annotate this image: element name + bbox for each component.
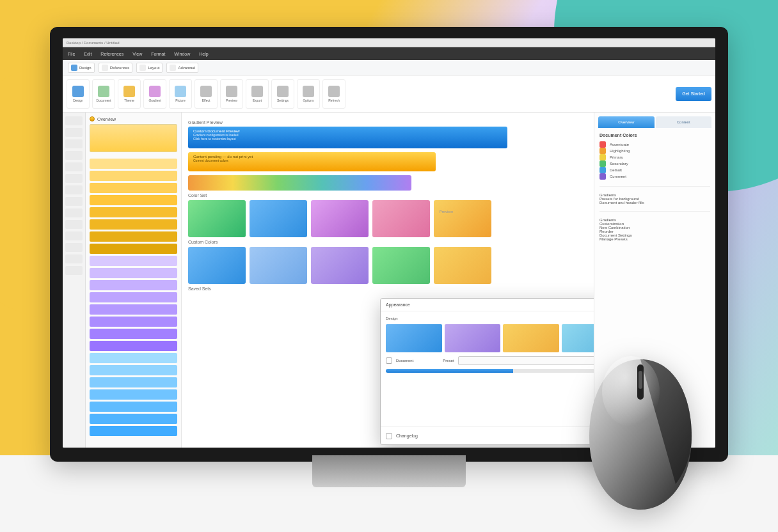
rail-item[interactable]	[65, 151, 83, 160]
toolbar-icon	[139, 65, 146, 71]
toolbar-button[interactable]: References	[99, 63, 133, 73]
palette-row[interactable]	[90, 377, 177, 387]
menu-item[interactable]: File	[68, 52, 75, 56]
dialog-swatch[interactable]	[503, 324, 559, 352]
right-panel-item[interactable]: Secondary	[599, 160, 710, 167]
palette-row[interactable]	[90, 341, 177, 351]
ribbon-button[interactable]: Preview	[220, 79, 243, 109]
right-tab[interactable]: Content	[656, 116, 712, 128]
ribbon-button[interactable]: Export	[246, 79, 269, 109]
palette-row[interactable]	[90, 268, 177, 278]
preview-bar-blue[interactable]: Custom Document Preview Gradient configu…	[188, 127, 507, 148]
rail-item[interactable]	[65, 220, 83, 229]
color-swatch[interactable]	[188, 247, 246, 284]
menu-item[interactable]: Window	[174, 52, 190, 56]
checkbox-icon[interactable]	[386, 433, 392, 439]
rail-item[interactable]	[65, 197, 83, 206]
rail-item[interactable]	[65, 185, 83, 194]
rail-item[interactable]	[65, 116, 83, 125]
ribbon-label: Export	[253, 98, 262, 102]
left-panel-title: Overview	[97, 117, 116, 121]
dialog-swatch[interactable]	[445, 324, 501, 352]
rail-item[interactable]	[65, 174, 83, 183]
palette-row[interactable]	[90, 280, 177, 290]
rail-item[interactable]	[65, 254, 83, 263]
dialog-tab[interactable]: Design	[386, 317, 398, 320]
right-panel-item[interactable]: Default	[599, 167, 710, 173]
color-swatch[interactable]	[250, 247, 307, 284]
ribbon-button[interactable]: Settings	[271, 79, 294, 109]
right-panel-item[interactable]: Accentuate	[599, 141, 710, 148]
dialog-input[interactable]	[458, 356, 594, 365]
palette-row[interactable]	[90, 317, 177, 327]
palette-row[interactable]	[90, 183, 177, 193]
rail-item[interactable]	[65, 243, 83, 252]
color-swatch[interactable]	[250, 200, 307, 237]
color-swatch[interactable]	[434, 200, 491, 237]
toolbar-button[interactable]: Advanced	[166, 63, 198, 73]
palette-row[interactable]	[90, 207, 177, 217]
color-swatch[interactable]	[434, 247, 491, 284]
right-panel-item[interactable]: Comment	[599, 173, 710, 180]
ribbon-button[interactable]: Theme	[118, 79, 141, 109]
right-panel-item[interactable]: Primary	[599, 154, 710, 160]
palette-row[interactable]	[90, 426, 177, 436]
ribbon-button[interactable]: Picture	[169, 79, 192, 109]
color-swatch[interactable]	[372, 247, 430, 284]
dialog-swatch[interactable]	[562, 324, 594, 352]
preview-bar-yellow[interactable]: Content pending — do not print yet Curre…	[188, 152, 436, 171]
right-panel-item[interactable]: Document and header fills	[599, 201, 710, 205]
rail-item[interactable]	[65, 208, 83, 217]
color-swatch[interactable]	[311, 247, 369, 284]
palette-row[interactable]	[90, 195, 177, 205]
menu-item[interactable]: Format	[151, 52, 165, 56]
label-under: Preview	[440, 210, 453, 214]
ribbon-button[interactable]: Effect	[194, 79, 218, 109]
rail-item[interactable]	[65, 128, 83, 137]
palette-row[interactable]	[90, 389, 177, 400]
palette-row[interactable]	[90, 414, 177, 424]
toolbar-button[interactable]: Layout	[136, 63, 163, 73]
palette-row[interactable]	[90, 353, 177, 363]
rail-item[interactable]	[65, 162, 83, 171]
rainbow-bar[interactable]	[188, 175, 411, 191]
menu-item[interactable]: View	[132, 52, 142, 56]
palette-row[interactable]	[90, 231, 177, 242]
ribbon-button[interactable]: Design	[67, 79, 90, 109]
ribbon-button[interactable]: Refresh	[322, 79, 345, 109]
palette-row[interactable]	[90, 171, 177, 181]
palette-row[interactable]	[90, 244, 177, 254]
rail-item[interactable]	[65, 139, 83, 148]
appearance-dialog: Appearance CANCEL Design Document P	[380, 298, 594, 445]
rail-item[interactable]	[65, 266, 83, 275]
toolbar-icon	[170, 65, 176, 71]
right-panel-item[interactable]: Highlighting	[599, 148, 710, 154]
color-swatch[interactable]	[311, 200, 369, 237]
ribbon-button[interactable]: Document	[92, 79, 115, 109]
palette-row[interactable]	[90, 329, 177, 339]
palette-row[interactable]	[90, 402, 177, 412]
ribbon-button[interactable]: Gradient	[143, 79, 166, 109]
menu-item[interactable]: References	[100, 52, 123, 56]
section-label-3: Custom Colors	[188, 240, 587, 244]
dialog-swatch[interactable]	[386, 324, 442, 352]
palette-row[interactable]	[90, 256, 177, 266]
primary-button[interactable]: Get Started	[676, 87, 711, 101]
color-swatch[interactable]	[372, 200, 430, 237]
menu-item[interactable]: Help	[199, 52, 208, 56]
right-tab[interactable]: Overview	[598, 116, 655, 128]
palette-row[interactable]	[90, 365, 177, 375]
palette-row[interactable]	[90, 292, 177, 302]
rail-item[interactable]	[65, 231, 83, 240]
color-swatch[interactable]	[188, 200, 246, 237]
palette-row[interactable]	[90, 219, 177, 230]
palette-row[interactable]	[90, 159, 177, 169]
right-panel-item[interactable]: Manage Presets	[599, 237, 710, 241]
checkbox-icon[interactable]	[386, 357, 392, 364]
toolbar-button[interactable]: Design	[68, 63, 95, 73]
menu-item[interactable]: Edit	[84, 52, 91, 56]
palette-row[interactable]	[90, 304, 177, 315]
ribbon-label: Options	[303, 98, 314, 102]
ribbon-button[interactable]: Options	[297, 79, 320, 109]
left-panel-preview[interactable]	[90, 124, 177, 152]
